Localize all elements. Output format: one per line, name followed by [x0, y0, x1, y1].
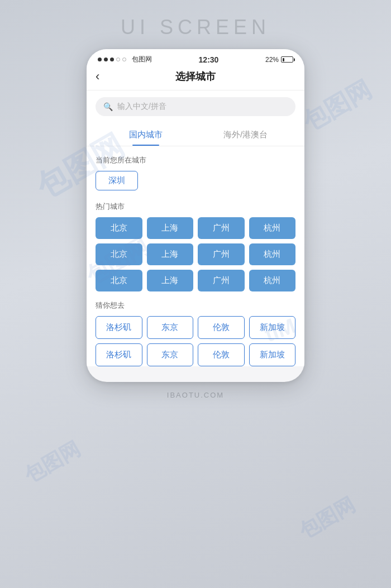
- signal-dot-1: [98, 58, 102, 61]
- back-button[interactable]: ‹: [96, 69, 99, 84]
- signal-dot-5: [122, 58, 126, 61]
- tab-overseas[interactable]: 海外/港澳台: [196, 123, 295, 146]
- hot-city-btn-1-2[interactable]: 广州: [198, 243, 245, 265]
- search-placeholder: 输入中文/拼音: [117, 102, 166, 112]
- battery-pct-label: 22%: [265, 56, 279, 64]
- guess-city-btn-0-1[interactable]: 东京: [147, 316, 194, 339]
- guess-city-btn-1-1[interactable]: 东京: [147, 343, 194, 366]
- battery-body: [281, 56, 293, 63]
- watermark-3: 包图网: [297, 73, 378, 138]
- current-city-label: 当前您所在城市: [96, 155, 295, 165]
- guess-cities-label: 猜你想去: [96, 300, 295, 310]
- guess-city-btn-1-2[interactable]: 伦敦: [198, 343, 245, 366]
- status-left: 包图网: [98, 55, 152, 64]
- guess-city-row-1: 洛杉矶 东京 伦敦 新加坡: [96, 316, 295, 339]
- signal-dot-3: [110, 58, 114, 61]
- status-time: 12:30: [199, 55, 219, 64]
- current-city-section: 当前您所在城市 深圳: [96, 155, 295, 190]
- hot-city-row-2: 北京 上海 广州 杭州: [96, 243, 295, 265]
- guess-city-btn-0-3[interactable]: 新加坡: [249, 316, 296, 339]
- hot-city-btn-1-1[interactable]: 上海: [147, 243, 194, 265]
- guess-city-btn-1-3[interactable]: 新加坡: [249, 343, 296, 366]
- hot-city-btn-2-1[interactable]: 上海: [147, 270, 194, 291]
- nav-bar: ‹ 选择城市: [87, 66, 304, 90]
- battery-icon: [281, 56, 293, 63]
- bottom-label: IBAOTU.COM: [167, 391, 224, 399]
- guess-city-btn-0-0[interactable]: 洛杉矶: [96, 316, 142, 339]
- hot-city-btn-0-3[interactable]: 杭州: [249, 217, 296, 239]
- signal-dot-2: [104, 58, 108, 61]
- status-bar: 包图网 12:30 22%: [87, 49, 304, 66]
- hot-city-btn-2-0[interactable]: 北京: [96, 270, 142, 291]
- content-area: 当前您所在城市 深圳 热门城市 北京 上海 广州 杭州 北京 上海 广州 杭州 …: [87, 146, 304, 366]
- tab-domestic[interactable]: 国内城市: [96, 123, 196, 146]
- hot-city-row-3: 北京 上海 广州 杭州: [96, 270, 295, 291]
- hot-city-btn-2-3[interactable]: 杭州: [249, 270, 296, 291]
- hot-city-row-1: 北京 上海 广州 杭州: [96, 217, 295, 239]
- hot-city-btn-0-0[interactable]: 北京: [96, 217, 142, 239]
- battery-fill: [283, 58, 285, 61]
- hot-cities-label: 热门城市: [96, 202, 295, 212]
- guess-city-btn-0-2[interactable]: 伦敦: [198, 316, 245, 339]
- guess-city-btn-1-0[interactable]: 洛杉矶: [96, 343, 142, 366]
- guess-cities-section: 猜你想去 洛杉矶 东京 伦敦 新加坡 洛杉矶 东京 伦敦 新加坡: [96, 300, 295, 366]
- hot-city-btn-1-3[interactable]: 杭州: [249, 243, 296, 265]
- tabs: 国内城市 海外/港澳台: [87, 123, 304, 146]
- hot-cities-section: 热门城市 北京 上海 广州 杭州 北京 上海 广州 杭州 北京 上海 广州 杭州: [96, 202, 295, 291]
- hot-city-btn-0-2[interactable]: 广州: [198, 217, 245, 239]
- search-bar[interactable]: 🔍 输入中文/拼音: [96, 97, 295, 116]
- current-city-button[interactable]: 深圳: [96, 171, 138, 190]
- search-bar-wrap: 🔍 输入中文/拼音: [87, 90, 304, 123]
- status-right: 22%: [265, 56, 293, 64]
- guess-city-row-2: 洛杉矶 东京 伦敦 新加坡: [96, 343, 295, 366]
- watermark-5: 包图网: [294, 491, 360, 545]
- hot-city-btn-0-1[interactable]: 上海: [147, 217, 194, 239]
- page-title: UI SCREEN: [121, 16, 270, 39]
- carrier-label: 包图网: [132, 55, 152, 64]
- signal-dot-4: [116, 58, 120, 61]
- hot-city-btn-2-2[interactable]: 广州: [198, 270, 245, 291]
- search-icon: 🔍: [103, 102, 113, 111]
- hot-city-btn-1-0[interactable]: 北京: [96, 243, 142, 265]
- phone-frame: 包图网 12:30 22% ‹ 选择城市 🔍 输入中文/拼音 国内城市 海外/港…: [87, 49, 304, 382]
- nav-title: 选择城市: [175, 70, 216, 83]
- watermark-4: 包图网: [20, 436, 85, 489]
